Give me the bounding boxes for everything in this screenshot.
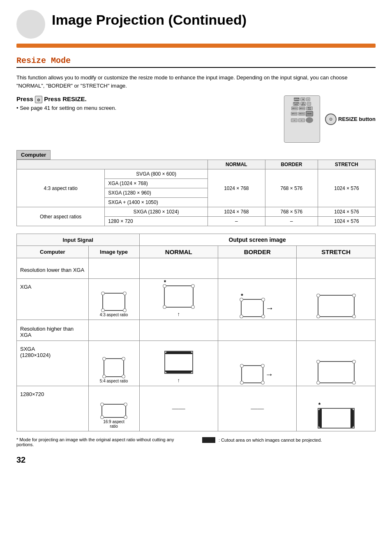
table-row: 4:3 aspect ratio SVGA (800 × 600) 1024 ×… [17,169,376,179]
ct-sxga: SXGA (1280 × 960) [105,188,208,198]
ct-other1-normal: 1024 × 768 [208,207,265,217]
remote-vol-minus-btn: － [307,102,311,106]
ct-other2-normal: – [208,217,265,226]
vt-output-header: Output screen image [139,234,376,246]
visual-table: Input Signal Output screen image Compute… [16,234,376,431]
sxga-screen-outer [104,358,124,377]
corner-tr [124,403,127,406]
corner-bl [240,381,244,385]
vt-xga-imgtype: 4:3 aspect ratio [88,279,139,320]
corner-bl [318,426,320,429]
vt-sxga-label: SXGA(1280×1024) [17,341,89,386]
vt-720-label: 1280×720 [17,386,89,431]
corner-br [122,375,125,378]
sxga-screen-border [104,358,124,377]
remote-btn-b: ≡ [298,118,305,122]
corner-tl [316,360,320,364]
ct-svga: SVGA (800 × 600) [105,169,208,179]
sxga-border-diagram: → [221,365,293,383]
vt-computer-col-header: Computer [17,246,89,258]
table-row: SXGA(1280×1024) 5:4 aspect ratio [17,341,376,386]
vt-720-stretch: * [297,386,376,431]
720-stretch-cutout-right [350,409,354,428]
corner-bl [102,375,106,378]
remote-row-4: INPUT 3 INPUT 4 RESIZE [286,111,318,116]
circle-decoration [16,10,45,39]
corner-tl [240,364,244,368]
vt-xga-label: XGA [17,279,89,320]
720-stretch-star: * [318,401,321,408]
720-stretch-cutout-left [318,409,322,428]
footnote-right: : Cutout area on which images cannot be … [202,437,376,443]
corner-tl [100,403,104,406]
720-image-type-diagram: 16:9 aspectratio [92,404,136,429]
computer-label-box: Computer [16,150,51,160]
vt-res-lower-imgtype [88,258,139,279]
vt-720-normal: —— [139,386,218,431]
ct-empty-header [17,160,208,169]
ct-43-label: 4:3 aspect ratio [17,169,105,207]
vt-xga-border: * → [218,279,296,320]
corner-tl [316,294,320,297]
resize-button-label: RESIZE button [338,116,376,122]
ct-other2-stretch: 1024 × 576 [318,217,375,226]
footnote-left: * Mode for projecting an image with the … [16,437,190,447]
remote-input2-btn: INPUT 2 [299,107,305,110]
xga-normal-star-area: * [164,285,194,308]
corner-tr [123,292,127,295]
corner-tr [122,357,125,361]
720-border-dash: —— [251,405,264,412]
corner-br [261,315,265,318]
corner-br [352,315,356,318]
corner-tl [102,357,106,361]
border-arrow-right: → [265,303,274,313]
ct-stretch-header: STRETCH [318,160,375,169]
sxga-normal-screen [164,351,193,374]
ct-xga: XGA (1024 × 768) [105,179,208,188]
table-row: Resolution lower than XGA [17,258,376,279]
corner-br [123,308,127,312]
xga-border-screen [241,299,264,317]
ct-normal-header: NORMAL [208,160,265,169]
resize-circle-icon: ⊙ [325,114,337,125]
xga-normal-screen [164,285,194,308]
xga-stretch-screen [318,295,355,317]
remote-resize-btn[interactable]: RESIZE [306,111,313,116]
xga-stretch-diagram [300,295,372,317]
720-screen-border [101,404,126,418]
sxga-normal-screen-area [164,351,193,374]
corner-bl [163,305,166,309]
xga-normal-arrow: ↑ [177,311,180,317]
sxga-stretch-screen [318,361,355,383]
vt-header-row-1: Input Signal Output screen image [17,234,376,246]
corner-bl [101,308,105,312]
vt-res-lower-border [218,258,296,279]
remote-row-1: BREAKTIMER ⊠ ＋ [286,97,318,101]
computer-table: NORMAL BORDER STRETCH 4:3 aspect ratio S… [16,160,376,226]
corner-tr [352,360,356,364]
ct-43-normal: 1024 × 768 [208,169,265,207]
sxga-border-arrow: → [265,370,273,379]
table-row: 1280×720 16:9 aspectratio [17,386,376,431]
vt-image-type-col-header: Image type [88,246,139,258]
vt-res-lower-normal [139,258,218,279]
ct-other-label: Other aspect ratios [17,207,105,226]
corner-tr [261,298,265,301]
xga-normal-diagram: * ↑ [143,285,214,317]
vt-xga-normal: * ↑ [139,279,218,320]
remote-center-btn [306,117,313,123]
corner-br [191,305,195,309]
sxga-normal-cutout-bottom [165,371,192,373]
vt-720-border: —— [218,386,296,431]
remote-row-5: ↩ ≡ [286,117,318,123]
resize-button-indicator: ⊙ RESIZE button [325,114,376,125]
remote-btn-a: ↩ [291,118,297,122]
remote-input4-btn: INPUT 4 [298,112,305,116]
resize-button-area: BREAKTIMER ⊠ ＋ PICTUREMODE AV MUTE － INP… [284,95,376,143]
720-stretch-screen [318,408,355,429]
sxga-image-type-diagram: 5:4 aspect ratio [92,358,136,383]
ct-sxgaplus: SXGA + (1400 × 1050) [105,198,208,207]
vt-720-imgtype: 16:9 aspectratio [88,386,139,431]
page-number: 32 [16,455,376,465]
remote-picture-mode-btn: PICTUREMODE [293,102,300,106]
